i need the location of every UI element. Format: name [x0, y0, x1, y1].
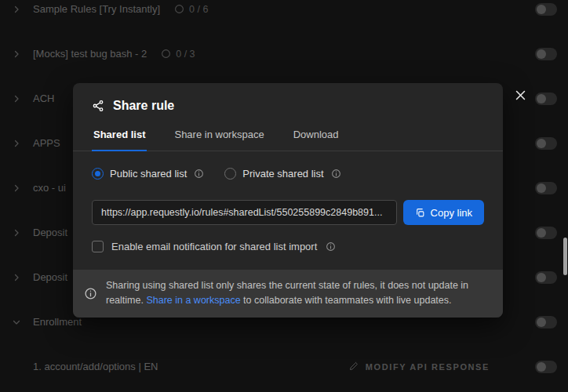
- modal-close-button[interactable]: [512, 87, 529, 103]
- info-icon: [326, 241, 336, 252]
- info-icon: [331, 169, 341, 179]
- checkbox-icon: [92, 241, 104, 252]
- radio-public-shared-list[interactable]: Public shared list: [92, 168, 204, 180]
- note-text-after: to collaborate with teammates with live …: [241, 295, 452, 306]
- radio-checked-icon: [92, 168, 104, 180]
- shared-list-note: Sharing using shared list only shares th…: [73, 270, 503, 318]
- close-icon: [514, 93, 527, 104]
- share-in-workspace-link[interactable]: Share in a workspace: [146, 295, 240, 306]
- tab-shared-list[interactable]: Shared list: [92, 121, 147, 151]
- info-icon: [194, 169, 204, 179]
- shared-link-row: Copy link: [92, 200, 484, 225]
- copy-link-button[interactable]: Copy link: [403, 200, 484, 225]
- radio-private-label: Private shared list: [242, 168, 323, 180]
- note-text: Sharing using shared list only shares th…: [106, 278, 490, 309]
- info-icon: [84, 287, 97, 300]
- radio-public-label: Public shared list: [110, 168, 187, 180]
- modal-header: Share rule: [73, 83, 503, 113]
- tab-share-in-workspace[interactable]: Share in workspace: [173, 121, 265, 151]
- tab-bar: Shared list Share in workspace Download: [73, 121, 503, 151]
- shared-link-input[interactable]: [92, 200, 397, 225]
- share-icon: [92, 100, 104, 112]
- visibility-radio-group: Public shared list Private shared list: [92, 168, 484, 180]
- email-notification-checkbox[interactable]: Enable email notification for shared lis…: [92, 241, 484, 252]
- modal-title: Share rule: [113, 99, 174, 113]
- modal-body: Public shared list Private shared list C…: [73, 151, 503, 252]
- radio-unchecked-icon: [224, 168, 236, 180]
- email-notification-label: Enable email notification for shared lis…: [111, 241, 317, 252]
- tab-download[interactable]: Download: [292, 121, 340, 151]
- share-rule-dialog: Share rule Shared list Share in workspac…: [73, 83, 503, 318]
- radio-private-shared-list[interactable]: Private shared list: [224, 168, 340, 180]
- scrollbar-thumb[interactable]: [563, 238, 567, 275]
- copy-link-label: Copy link: [431, 207, 472, 219]
- app-screen: Sample Rules [Try Instantly] 0 / 6 [Mock…: [0, 0, 568, 392]
- copy-icon: [415, 208, 425, 218]
